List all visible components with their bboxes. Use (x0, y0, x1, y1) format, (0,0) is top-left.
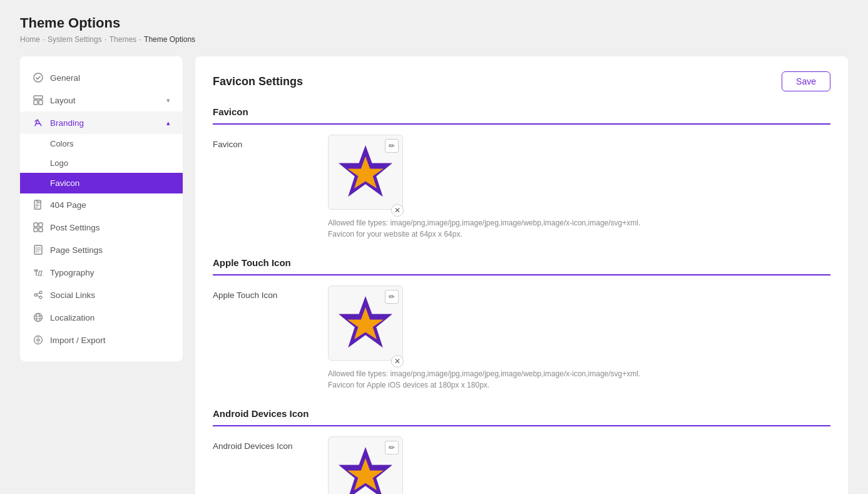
branding-submenu: Colors Logo Favicon (20, 134, 183, 193)
apple-touch-field-label: Apple Touch Icon (213, 286, 313, 300)
apple-touch-file-info: Allowed file types: image/png,image/jpg,… (328, 366, 640, 391)
favicon-file-info: Allowed file types: image/png,image/jpg,… (328, 215, 640, 240)
apple-touch-image-box[interactable]: ✏ ✕ (328, 286, 403, 361)
sidebar-label-localization: Localization (50, 313, 94, 322)
svg-rect-5 (34, 200, 41, 209)
apple-touch-field-row: Apple Touch Icon ✏ ✕ Allowed file types:… (213, 286, 830, 391)
sidebar-item-layout[interactable]: Layout ▾ (20, 89, 183, 111)
svg-rect-10 (39, 223, 43, 227)
svg-point-0 (34, 73, 43, 82)
svg-point-18 (34, 294, 37, 296)
svg-rect-11 (34, 228, 38, 232)
favicon-field-label: Favicon (213, 135, 313, 149)
sidebar-item-social-links[interactable]: Social Links (20, 284, 183, 306)
sidebar: General Layout ▾ (20, 56, 183, 361)
android-upload-area: ✏ ✕ (328, 436, 403, 494)
breadcrumb-home[interactable]: Home (20, 35, 40, 44)
breadcrumb-system-settings[interactable]: System Settings (48, 35, 102, 44)
svg-line-4 (35, 120, 36, 121)
chevron-down-icon: ▾ (166, 96, 170, 105)
sidebar-label-404page: 404 Page (50, 200, 86, 210)
sidebar-label-post-settings: Post Settings (50, 223, 100, 232)
apple-touch-edit-button[interactable]: ✏ (385, 290, 399, 304)
import-export-icon (33, 334, 44, 346)
apple-touch-remove-button[interactable]: ✕ (391, 355, 404, 368)
sidebar-item-localization[interactable]: Localization (20, 306, 183, 329)
404-icon (33, 199, 44, 210)
favicon-edit-button[interactable]: ✏ (385, 139, 399, 153)
sidebar-item-general[interactable]: General (20, 66, 183, 89)
layout-icon (33, 95, 44, 106)
android-section: Android Devices Icon Android Devices Ico… (213, 408, 830, 494)
sidebar-item-post-settings[interactable]: Post Settings (20, 216, 183, 239)
breadcrumb: Home - System Settings - Themes - Theme … (20, 35, 848, 44)
sidebar-subitem-logo-label: Logo (50, 158, 68, 168)
svg-rect-9 (34, 223, 38, 227)
apple-touch-upload-area: ✏ ✕ Allowed file types: image/png,image/… (328, 286, 640, 391)
check-circle-icon (33, 72, 44, 83)
sidebar-label-page-settings: Page Settings (50, 245, 103, 255)
svg-rect-3 (39, 100, 43, 105)
android-section-title: Android Devices Icon (213, 408, 830, 426)
sidebar-label-import-export: Import / Export (50, 336, 106, 345)
svg-point-17 (39, 291, 42, 294)
content-panel: Favicon Settings Save Favicon Favicon ✏ (195, 56, 848, 494)
sidebar-subitem-favicon-label: Favicon (50, 178, 79, 188)
sidebar-subitem-colors[interactable]: Colors (20, 134, 183, 153)
content-title: Favicon Settings (213, 75, 303, 88)
sidebar-label-branding: Branding (50, 118, 84, 128)
sidebar-item-import-export[interactable]: Import / Export (20, 329, 183, 351)
svg-line-21 (37, 296, 39, 297)
sidebar-item-404page[interactable]: 404 Page (20, 193, 183, 216)
svg-point-22 (34, 314, 43, 322)
sidebar-subitem-logo[interactable]: Logo (20, 153, 183, 173)
branding-icon (33, 117, 44, 128)
svg-rect-2 (34, 100, 38, 105)
sidebar-label-layout: Layout (50, 96, 76, 105)
sidebar-label-social-links: Social Links (50, 291, 95, 300)
android-image-box[interactable]: ✏ ✕ (328, 436, 403, 494)
sidebar-subitem-favicon[interactable]: Favicon (20, 173, 183, 193)
favicon-image-box[interactable]: ✏ ✕ (328, 135, 403, 210)
localization-icon (33, 312, 44, 323)
sidebar-label-typography: Typography (50, 268, 94, 277)
favicon-section-title: Favicon (213, 106, 830, 125)
typography-icon (33, 267, 44, 278)
svg-line-20 (37, 293, 39, 294)
page-settings-icon (33, 244, 44, 255)
favicon-upload-area: ✏ ✕ Allowed file types: image/png,image/… (328, 135, 640, 240)
favicon-remove-button[interactable]: ✕ (391, 204, 404, 217)
content-header: Favicon Settings Save (213, 71, 830, 91)
svg-point-23 (36, 314, 40, 322)
svg-rect-1 (34, 96, 43, 99)
post-settings-icon (33, 222, 44, 233)
android-field-row: Android Devices Icon ✏ ✕ (213, 436, 830, 494)
apple-touch-section: Apple Touch Icon Apple Touch Icon ✏ ✕ (213, 257, 830, 391)
svg-point-19 (39, 296, 42, 299)
sidebar-item-typography[interactable]: Typography (20, 261, 183, 284)
sidebar-item-branding[interactable]: Branding ▴ (20, 111, 183, 134)
page-title: Theme Options (20, 15, 848, 31)
chevron-up-icon: ▴ (166, 119, 170, 127)
android-edit-button[interactable]: ✏ (385, 441, 399, 455)
android-field-label: Android Devices Icon (213, 436, 313, 451)
breadcrumb-themes[interactable]: Themes (110, 35, 136, 44)
sidebar-label-general: General (50, 73, 80, 83)
svg-rect-12 (39, 228, 43, 232)
apple-touch-section-title: Apple Touch Icon (213, 257, 830, 275)
breadcrumb-current: Theme Options (144, 35, 195, 44)
sidebar-item-page-settings[interactable]: Page Settings (20, 239, 183, 261)
save-button[interactable]: Save (782, 71, 830, 91)
social-links-icon (33, 289, 44, 301)
sidebar-subitem-colors-label: Colors (50, 139, 74, 148)
favicon-section: Favicon Favicon ✏ ✕ Allow (213, 106, 830, 240)
favicon-field-row: Favicon ✏ ✕ Allowed file types: image/pn… (213, 135, 830, 240)
